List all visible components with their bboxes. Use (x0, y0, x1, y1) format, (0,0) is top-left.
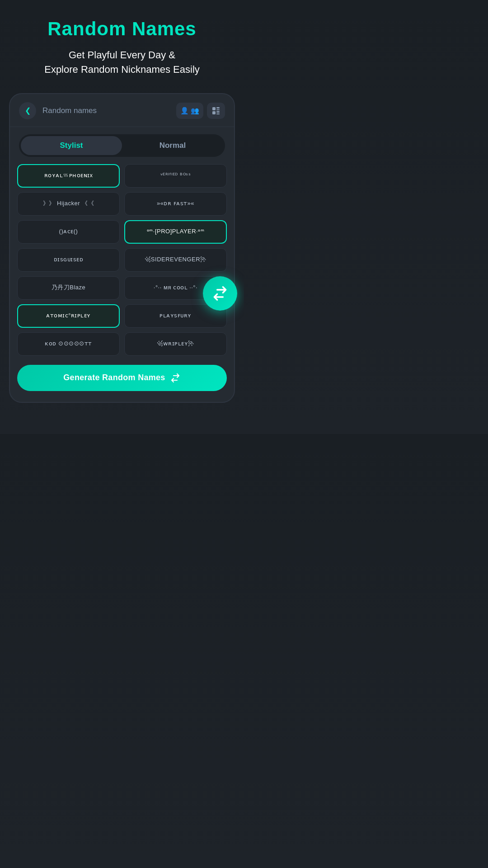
tab-normal[interactable]: Normal (122, 136, 223, 155)
name-text-8: ꧁SIDEREVENGER꧂ (145, 256, 206, 264)
name-text-4: »«ᴅʀ ꜰᴀꜱᴛ»« (157, 200, 194, 208)
shuffle-float-badge (203, 276, 237, 311)
name-card-13[interactable]: ᴋᴏᴅ ⊙⊙⊙⊙⊙ᴛᴛ (17, 332, 120, 356)
phone-topbar: ❮ Random names 👤 👥 (10, 94, 234, 127)
tab-switcher: Stylist Normal (19, 134, 225, 157)
name-text-3: 》》 Hijacker 《《 (43, 200, 94, 208)
phone-mockup: ❮ Random names 👤 👥 (9, 93, 235, 403)
name-text-9: 乃丹刀Blaze (52, 284, 86, 292)
svg-rect-5 (216, 113, 220, 114)
svg-rect-2 (216, 109, 220, 110)
generate-btn-wrap: Generate Random Names (10, 356, 234, 393)
name-card-3[interactable]: 》》 Hijacker 《《 (17, 192, 120, 216)
shuffle-float-icon (211, 285, 229, 302)
svg-rect-1 (216, 107, 220, 108)
topbar-title: Random names (42, 106, 170, 115)
name-card-8[interactable]: ꧁SIDEREVENGER꧂ (124, 248, 227, 272)
name-text-5: ()ᴀᴄᴇ() (59, 228, 78, 236)
name-card-14[interactable]: ꧁ᴡʀɪᴘʟᴇʏ꧂ (124, 332, 227, 356)
name-text-14: ꧁ᴡʀɪᴘʟᴇʏ꧂ (157, 340, 194, 348)
generate-label: Generate Random Names (63, 373, 165, 382)
name-text-6: ᵒᵐ·[PRO]PLAYER·ᵒᵐ (147, 228, 204, 236)
user-toggle-button[interactable]: 👤 👥 (176, 103, 203, 119)
name-text-12: ᴘʟᴀʏꜱꜰᴜʀʏ (160, 312, 192, 320)
svg-rect-0 (212, 107, 216, 110)
single-user-icon: 👤 (180, 107, 189, 115)
list-toggle-button[interactable] (207, 103, 225, 119)
name-card-7[interactable]: ᴅɪꜱɢᴜɪꜱᴇᴅ (17, 248, 120, 272)
name-card-4[interactable]: »«ᴅʀ ꜰᴀꜱᴛ»« (124, 192, 227, 216)
back-icon: ❮ (25, 106, 31, 115)
name-text-10: ·°·· мя ᴄᴏᴏʟ ··°· (154, 284, 197, 292)
generate-button[interactable]: Generate Random Names (17, 365, 227, 391)
name-card-1[interactable]: ʀᴏʏᴀʟ᯾ᴘʜᴏᴇɴɪx (17, 164, 120, 188)
name-card-9[interactable]: 乃丹刀Blaze (17, 276, 120, 300)
grid-list-icon (211, 106, 221, 115)
back-button[interactable]: ❮ (19, 102, 36, 119)
svg-rect-3 (212, 111, 216, 114)
name-text-1: ʀᴏʏᴀʟ᯾ᴘʜᴏᴇɴɪx (44, 172, 93, 179)
tab-stylist[interactable]: Stylist (21, 136, 122, 155)
name-card-2[interactable]: ᵛᴱᴿᴵᶠᴵᴱᴰ ᴮᴼˢˢ (124, 164, 227, 188)
names-grid: ʀᴏʏᴀʟ᯾ᴘʜᴏᴇɴɪx ᵛᴱᴿᴵᶠᴵᴱᴰ ᴮᴼˢˢ 》》 Hijacker … (10, 164, 234, 356)
svg-rect-4 (216, 111, 220, 113)
name-card-11[interactable]: ᴀᴛᴏᴍɪᴄ°ʀɪᴘʟᴇʏ (17, 304, 120, 328)
shuffle-icon (170, 373, 181, 383)
name-card-5[interactable]: ()ᴀᴄᴇ() (17, 220, 120, 244)
name-text-7: ᴅɪꜱɢᴜɪꜱᴇᴅ (54, 256, 84, 264)
page-title: Random Names (47, 18, 196, 40)
topbar-actions: 👤 👥 (176, 103, 225, 119)
name-card-6[interactable]: ᵒᵐ·[PRO]PLAYER·ᵒᵐ (124, 220, 227, 244)
page-wrapper: Random Names Get Playful Every Day &Expl… (0, 0, 244, 434)
page-subtitle: Get Playful Every Day &Explore Random Ni… (35, 48, 209, 77)
name-text-11: ᴀᴛᴏᴍɪᴄ°ʀɪᴘʟᴇʏ (46, 312, 91, 320)
name-text-13: ᴋᴏᴅ ⊙⊙⊙⊙⊙ᴛᴛ (45, 340, 92, 348)
name-text-2: ᵛᴱᴿᴵᶠᴵᴱᴰ ᴮᴼˢˢ (160, 172, 191, 179)
group-user-icon: 👥 (191, 107, 199, 115)
